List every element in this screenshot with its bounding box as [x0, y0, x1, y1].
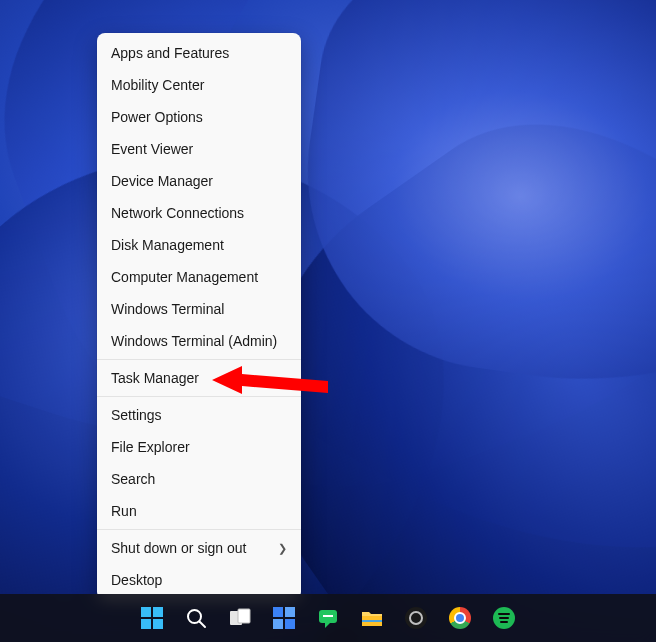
svg-rect-2: [153, 607, 163, 617]
chat-icon: [317, 607, 339, 629]
chrome-icon: [449, 607, 471, 629]
menu-item-windows-terminal-admin[interactable]: Windows Terminal (Admin): [97, 325, 301, 357]
menu-item-file-explorer[interactable]: File Explorer: [97, 431, 301, 463]
chevron-right-icon: ❯: [278, 532, 287, 564]
search-button[interactable]: [176, 598, 216, 638]
menu-item-run[interactable]: Run: [97, 495, 301, 527]
svg-rect-11: [273, 619, 283, 629]
menu-item-disk-management[interactable]: Disk Management: [97, 229, 301, 261]
obs-button[interactable]: [396, 598, 436, 638]
taskbar: [0, 594, 656, 642]
menu-item-settings[interactable]: Settings: [97, 399, 301, 431]
file-explorer-button[interactable]: [352, 598, 392, 638]
svg-rect-8: [238, 609, 250, 623]
start-button[interactable]: [132, 598, 172, 638]
menu-item-device-manager[interactable]: Device Manager: [97, 165, 301, 197]
menu-item-task-manager[interactable]: Task Manager: [97, 362, 301, 394]
svg-rect-9: [273, 607, 283, 617]
chat-button[interactable]: [308, 598, 348, 638]
menu-separator: [97, 396, 301, 397]
menu-item-windows-terminal[interactable]: Windows Terminal: [97, 293, 301, 325]
svg-line-6: [200, 622, 206, 628]
search-icon: [185, 607, 207, 629]
svg-rect-4: [153, 619, 163, 629]
start-icon: [141, 607, 163, 629]
menu-item-apps-and-features[interactable]: Apps and Features: [97, 37, 301, 69]
menu-item-desktop[interactable]: Desktop: [97, 564, 301, 596]
svg-rect-15: [323, 615, 333, 617]
menu-item-shutdown-signout[interactable]: Shut down or sign out ❯: [97, 532, 301, 564]
menu-item-search[interactable]: Search: [97, 463, 301, 495]
menu-item-mobility-center[interactable]: Mobility Center: [97, 69, 301, 101]
menu-separator: [97, 529, 301, 530]
spotify-button[interactable]: [484, 598, 524, 638]
task-view-button[interactable]: [220, 598, 260, 638]
file-explorer-icon: [361, 607, 383, 629]
menu-item-network-connections[interactable]: Network Connections: [97, 197, 301, 229]
spotify-icon: [493, 607, 515, 629]
svg-rect-10: [285, 607, 295, 617]
obs-icon: [405, 607, 427, 629]
menu-item-computer-management[interactable]: Computer Management: [97, 261, 301, 293]
svg-marker-14: [325, 623, 330, 628]
menu-item-event-viewer[interactable]: Event Viewer: [97, 133, 301, 165]
menu-separator: [97, 359, 301, 360]
widgets-button[interactable]: [264, 598, 304, 638]
svg-rect-1: [141, 607, 151, 617]
task-view-icon: [229, 607, 251, 629]
widgets-icon: [273, 607, 295, 629]
menu-item-power-options[interactable]: Power Options: [97, 101, 301, 133]
svg-rect-17: [362, 620, 382, 622]
svg-rect-3: [141, 619, 151, 629]
chrome-button[interactable]: [440, 598, 480, 638]
svg-rect-12: [285, 619, 295, 629]
winx-context-menu: Apps and Features Mobility Center Power …: [97, 33, 301, 600]
